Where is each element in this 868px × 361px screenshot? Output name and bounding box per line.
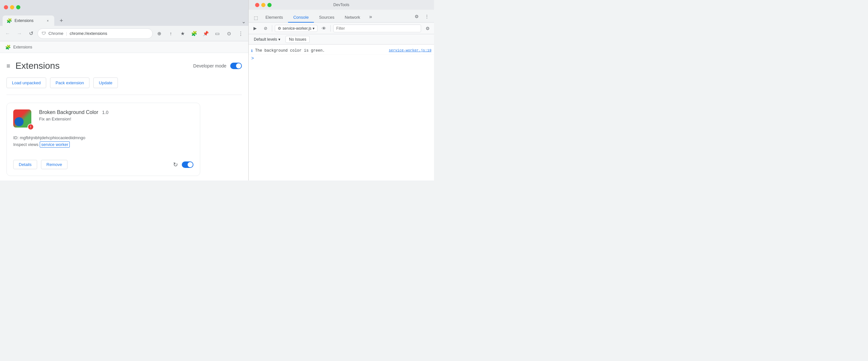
toolbar-separator [272, 25, 272, 32]
source-selector[interactable]: ⚙ service-worker.js ▾ [275, 25, 317, 32]
log-source-link[interactable]: service-worker.js:19 [389, 49, 431, 52]
extension-id-section: ID: mgfbhjnibhjdehcphiocaoiediidmngo Ins… [13, 135, 193, 152]
toolbar-icons: ⊕ ↑ ★ 🧩 📌 ▭ ⊙ ⋮ [154, 28, 246, 39]
omnibox[interactable]: 🛡 Chrome | chrome://extensions [37, 28, 153, 39]
browser-title-bar [0, 0, 248, 14]
extension-enable-toggle[interactable] [182, 161, 193, 168]
share-icon[interactable]: ↑ [166, 28, 176, 39]
dt-maximize-light[interactable] [268, 3, 272, 7]
action-buttons: Load unpacked Pack extension Update [6, 78, 242, 95]
source-dropdown-icon: ▾ [313, 26, 314, 31]
dev-mode-label: Developer mode [193, 63, 226, 68]
update-button[interactable]: Update [93, 78, 118, 88]
cast-icon[interactable]: ▭ [212, 28, 222, 39]
log-text: The background color is green. [255, 49, 386, 53]
log-icon: ℹ [251, 49, 252, 53]
extension-icon-inner [14, 117, 24, 126]
console-log-line: ℹ The background color is green. service… [249, 47, 434, 55]
devtools-settings-button[interactable]: ⚙ [412, 12, 421, 21]
omnibox-brand: Chrome [49, 31, 63, 36]
tab-bar: 🧩 Extensions × + ⌄ [0, 14, 248, 26]
dt-minimize-light[interactable] [261, 3, 266, 7]
devtools-secondary-toolbar: Default levels ▾ No Issues [249, 34, 434, 44]
breadcrumb: 🧩 Extensions [0, 41, 248, 53]
tab-sources[interactable]: Sources [314, 12, 340, 22]
tab-elements[interactable]: Elements [260, 12, 288, 22]
extension-version: 1.0 [102, 110, 108, 115]
zoom-icon[interactable]: ⊕ [154, 28, 164, 39]
extension-description: Fix an Extension! [39, 117, 193, 121]
block-button[interactable]: ⊘ [261, 25, 269, 32]
omnibox-separator: | [66, 31, 67, 36]
developer-mode-toggle[interactable] [230, 63, 242, 69]
devtools-more-button[interactable]: ⋮ [423, 12, 431, 21]
devtools-traffic-lights [255, 3, 272, 7]
default-levels-button[interactable]: Default levels ▾ [251, 36, 283, 42]
devtools-title: DevTools [333, 3, 349, 7]
breadcrumb-icon: 🧩 [5, 44, 11, 50]
pack-extension-button[interactable]: Pack extension [50, 78, 89, 88]
service-worker-link[interactable]: service worker [40, 142, 70, 148]
no-issues-badge[interactable]: No Issues [285, 36, 310, 43]
load-unpacked-button[interactable]: Load unpacked [6, 78, 46, 88]
page-title: Extensions [16, 61, 60, 71]
profile-icon[interactable]: ⊙ [224, 28, 234, 39]
more-tabs-button[interactable]: » [365, 11, 376, 22]
prompt-arrow: > [251, 56, 254, 61]
console-prompt[interactable]: > [249, 55, 434, 62]
tab-network[interactable]: Network [340, 12, 366, 22]
traffic-lights [4, 5, 20, 9]
devtools-title-bar: DevTools [249, 0, 434, 10]
hamburger-menu[interactable]: ≡ [6, 62, 10, 70]
tab-title: Extensions [14, 19, 42, 23]
console-filter-input[interactable] [333, 25, 421, 32]
levels-label: Default levels [254, 37, 277, 42]
devtools-panel: DevTools ⬚ Elements Console Sources Netw… [249, 0, 434, 181]
console-output: ℹ The background color is green. service… [249, 44, 434, 181]
inspect-views-label: Inspect views [13, 142, 38, 147]
bookmark-icon[interactable]: ★ [177, 28, 188, 39]
extensions-tab[interactable]: 🧩 Extensions × [3, 16, 54, 26]
toolbar-separator-2 [330, 25, 331, 32]
menu-icon[interactable]: ⋮ [236, 28, 246, 39]
devtools-toolbar: ▶ ⊘ ⚙ service-worker.js ▾ 👁 ⚙ [249, 23, 434, 34]
back-button[interactable]: ← [3, 28, 13, 39]
extension-info: Broken Background Color 1.0 Fix an Exten… [39, 110, 193, 121]
extension-icon-wrapper: ! [13, 110, 34, 130]
forward-button[interactable]: → [14, 28, 25, 39]
extension-error-badge: ! [27, 124, 34, 130]
extension-card: ! Broken Background Color 1.0 Fix an Ext… [6, 103, 200, 176]
omnibox-url[interactable]: chrome://extensions [70, 31, 149, 36]
reload-extension-button[interactable]: ↻ [173, 161, 178, 168]
tab-close-button[interactable]: × [45, 18, 51, 23]
extension-id: ID: mgfbhjnibhjdehcphiocaoiediidmngo [13, 135, 193, 140]
dt-close-light[interactable] [255, 3, 259, 7]
extensions-header: ≡ Extensions Developer mode [6, 61, 242, 71]
pushpin-icon[interactable]: 📌 [200, 28, 211, 39]
extension-name: Broken Background Color [39, 110, 98, 115]
remove-button[interactable]: Remove [41, 160, 67, 169]
minimize-traffic-light[interactable] [10, 5, 14, 9]
levels-arrow: ▾ [278, 37, 280, 42]
extensions-icon[interactable]: 🧩 [189, 28, 199, 39]
address-bar: ← → ↺ 🛡 Chrome | chrome://extensions ⊕ ↑… [0, 26, 248, 41]
reload-button[interactable]: ↺ [26, 28, 36, 39]
console-settings-button[interactable]: ⚙ [424, 25, 431, 32]
new-tab-button[interactable]: + [57, 16, 66, 25]
extensions-header-right: Developer mode [193, 63, 242, 69]
breadcrumb-label: Extensions [13, 45, 32, 50]
devtools-tabs: ⬚ Elements Console Sources Network » ⚙ ⋮ [249, 10, 434, 23]
tab-console[interactable]: Console [288, 12, 314, 22]
close-traffic-light[interactable] [4, 5, 8, 9]
details-button[interactable]: Details [13, 160, 37, 169]
extension-name-row: Broken Background Color 1.0 [39, 110, 193, 115]
devtools-inspect-icon[interactable]: ⬚ [251, 13, 260, 22]
play-button[interactable]: ▶ [251, 25, 259, 32]
maximize-traffic-light[interactable] [16, 5, 20, 9]
extension-card-top: ! Broken Background Color 1.0 Fix an Ext… [13, 110, 193, 130]
tab-menu-button[interactable]: ⌄ [242, 19, 246, 25]
eye-button[interactable]: 👁 [320, 25, 328, 32]
extensions-content: ≡ Extensions Developer mode Load unpacke… [0, 53, 248, 181]
secure-icon: 🛡 [42, 31, 46, 36]
source-label: service-worker.js [283, 26, 311, 31]
